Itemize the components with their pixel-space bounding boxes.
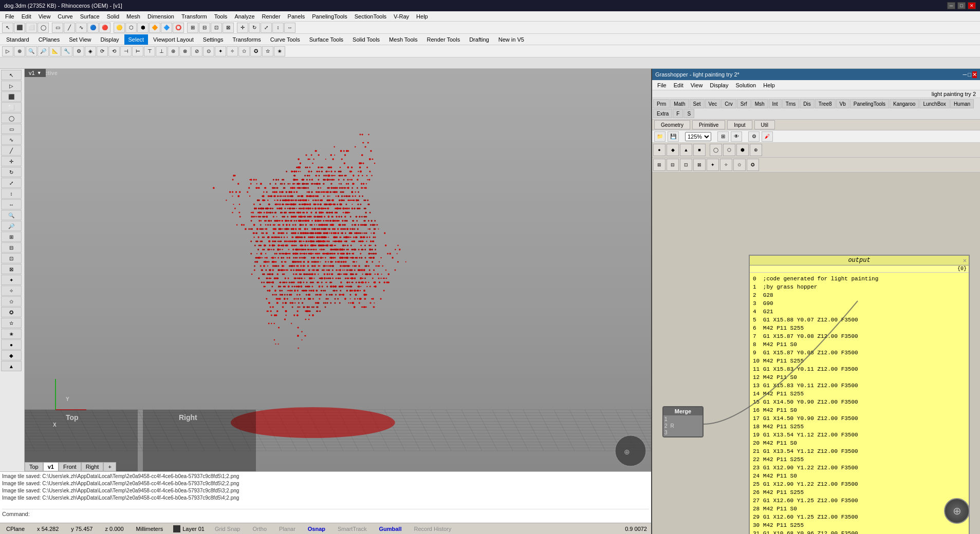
gh-tab-set[interactable]: Set xyxy=(690,99,705,108)
gh-comp-r2-6[interactable]: ✩ xyxy=(733,159,746,171)
toolbar2-btn-9[interactable]: ⟲ xyxy=(108,46,120,56)
gh-menu-item-solution[interactable]: Solution xyxy=(732,80,759,90)
toolbar-btn-4[interactable]: ▭ xyxy=(52,23,63,33)
gh-tab-prm[interactable]: Prm xyxy=(653,99,670,108)
menu-item-panels[interactable]: Panels xyxy=(285,11,308,22)
toolbar2-btn-0[interactable]: ▷ xyxy=(2,46,13,56)
gh-comp-r1-3[interactable]: ■ xyxy=(693,144,706,156)
toolbar-label-solid-tools[interactable]: Solid Tools xyxy=(348,34,384,45)
toolbar-label-select[interactable]: Select xyxy=(124,34,149,45)
toolbar-label-standard[interactable]: Standard xyxy=(2,34,33,45)
toolbar2-btn-20[interactable]: ✩ xyxy=(238,46,250,56)
gh-comp-r2-0[interactable]: ⊞ xyxy=(653,159,665,171)
gh-close-button[interactable]: ✕ xyxy=(972,71,977,78)
gh-comp-r2-1[interactable]: ⊟ xyxy=(667,159,679,171)
toolbar-btn-5[interactable]: ╱ xyxy=(64,23,75,33)
left-toolbar-btn-4[interactable]: ◯ xyxy=(1,113,22,123)
viewport-tab-front[interactable]: Front xyxy=(59,462,81,471)
menu-item-file[interactable]: File xyxy=(2,11,17,22)
gh-zoom-select[interactable]: 125% xyxy=(685,132,711,141)
menu-item-edit[interactable]: Edit xyxy=(19,11,34,22)
gh-comp-r1-6[interactable]: ⬢ xyxy=(736,144,749,156)
gh-tab-math[interactable]: Math xyxy=(670,99,689,108)
toolbar-btn-11[interactable]: ⬢ xyxy=(137,23,149,33)
toolbar-label-set-view[interactable]: Set View xyxy=(65,34,95,45)
osnap-status[interactable]: Osnap xyxy=(306,526,327,532)
toolbar-label-viewport-layout[interactable]: Viewport Layout xyxy=(149,34,198,45)
gh-tab-vb[interactable]: Vb xyxy=(836,99,849,108)
toolbar-label-surface-tools[interactable]: Surface Tools xyxy=(305,34,347,45)
gh-subtab-util[interactable]: Util xyxy=(754,120,775,129)
minimize-button[interactable]: ─ xyxy=(947,2,955,9)
record-history-status[interactable]: Record History xyxy=(412,526,453,532)
merge-input-2[interactable]: 2 xyxy=(664,423,668,429)
toolbar-label-settings[interactable]: Settings xyxy=(199,34,228,45)
toolbar2-btn-11[interactable]: ⊢ xyxy=(132,46,143,56)
gh-comp-r2-4[interactable]: ✦ xyxy=(707,159,719,171)
toolbar2-btn-12[interactable]: ⊤ xyxy=(144,46,155,56)
toolbar-btn-23[interactable]: ↔ xyxy=(284,23,295,33)
menu-item-tools[interactable]: Tools xyxy=(211,11,231,22)
gh-tab-s[interactable]: S xyxy=(683,109,694,118)
left-toolbar-btn-26[interactable]: ◆ xyxy=(1,350,22,360)
gh-tab-trns[interactable]: Trns xyxy=(782,99,800,108)
left-toolbar-btn-7[interactable]: ╱ xyxy=(1,145,22,156)
toolbar-label-transforms[interactable]: Transforms xyxy=(229,34,265,45)
gh-comp-r1-2[interactable]: ▲ xyxy=(680,144,692,156)
output-close-button[interactable]: ✕ xyxy=(963,257,967,264)
merge-input-1[interactable]: 1 xyxy=(664,416,668,422)
toolbar-btn-6[interactable]: ∿ xyxy=(76,23,87,33)
viewport-tab-right[interactable]: Right xyxy=(81,462,104,471)
gh-settings-btn[interactable]: ⚙ xyxy=(748,131,760,142)
toolbar-btn-21[interactable]: ⤢ xyxy=(261,23,272,33)
toolbar-btn-12[interactable]: 🔶 xyxy=(149,23,160,33)
menu-item-v-ray[interactable]: V-Ray xyxy=(391,11,412,22)
gh-subtab-primitive[interactable]: Primitive xyxy=(692,120,725,129)
merge-output-r[interactable]: R xyxy=(669,415,676,436)
gh-minimize-button[interactable]: ─ xyxy=(963,71,967,78)
toolbar2-btn-14[interactable]: ⊛ xyxy=(168,46,179,56)
gh-menu-item-display[interactable]: Display xyxy=(707,80,731,90)
left-toolbar-btn-1[interactable]: ▷ xyxy=(1,81,22,91)
gh-tab-tree8[interactable]: Tree8 xyxy=(815,99,836,108)
close-button[interactable]: ✕ xyxy=(968,2,976,9)
toolbar2-btn-18[interactable]: ✦ xyxy=(215,46,226,56)
gh-zoom-fit-btn[interactable]: ⊞ xyxy=(717,131,729,142)
merge-input-3[interactable]: 3 xyxy=(664,430,668,435)
gh-save-btn[interactable]: 💾 xyxy=(668,131,679,142)
gh-tab-human[interactable]: Human xyxy=(950,99,974,108)
left-toolbar-btn-17[interactable]: ⊡ xyxy=(1,253,22,263)
toolbar-label-cplanes[interactable]: CPlanes xyxy=(34,34,64,45)
grid-snap-status[interactable]: Grid Snap xyxy=(213,526,243,532)
gh-eye-btn[interactable]: 👁 xyxy=(731,131,742,142)
viewport-tab-v1[interactable]: v1 xyxy=(43,462,59,471)
left-toolbar-btn-5[interactable]: ▭ xyxy=(1,124,22,134)
menu-item-view[interactable]: View xyxy=(35,11,54,22)
gh-tab-crv[interactable]: Crv xyxy=(721,99,736,108)
left-toolbar-btn-21[interactable]: ✩ xyxy=(1,296,22,307)
gh-tab-vec[interactable]: Vec xyxy=(705,99,721,108)
gh-tab-srf[interactable]: Srf xyxy=(737,99,751,108)
planar-status[interactable]: Planar xyxy=(277,526,298,532)
gh-tab-int[interactable]: Int xyxy=(769,99,782,108)
toolbar2-btn-13[interactable]: ⊥ xyxy=(156,46,167,56)
toolbar-label-mesh-tools[interactable]: Mesh Tools xyxy=(385,34,421,45)
gh-menu-item-view[interactable]: View xyxy=(688,80,706,90)
left-toolbar-btn-25[interactable]: ● xyxy=(1,339,22,350)
toolbar2-btn-17[interactable]: ⊙ xyxy=(203,46,214,56)
left-toolbar-btn-0[interactable]: ↖ xyxy=(1,70,22,80)
left-toolbar-btn-16[interactable]: ⊟ xyxy=(1,242,22,253)
gh-comp-r1-7[interactable]: ⊕ xyxy=(750,144,762,156)
gh-menu-item-edit[interactable]: Edit xyxy=(671,80,687,90)
gh-tab-kangaroo[interactable]: Kangaroo xyxy=(890,99,919,108)
toolbar-btn-14[interactable]: ⭕ xyxy=(173,23,184,33)
gh-comp-r1-5[interactable]: ⬡ xyxy=(723,144,735,156)
menu-item-transform[interactable]: Transform xyxy=(178,11,210,22)
viewport-tab[interactable]: v1 ▼ xyxy=(25,69,46,77)
toolbar2-btn-8[interactable]: ⟳ xyxy=(97,46,108,56)
left-toolbar-btn-15[interactable]: ⊞ xyxy=(1,232,22,242)
toolbar-label-render-tools[interactable]: Render Tools xyxy=(423,34,465,45)
left-toolbar-btn-2[interactable]: ⬛ xyxy=(1,91,22,102)
menu-item-analyze[interactable]: Analyze xyxy=(231,11,257,22)
toolbar2-btn-4[interactable]: 📐 xyxy=(49,46,61,56)
